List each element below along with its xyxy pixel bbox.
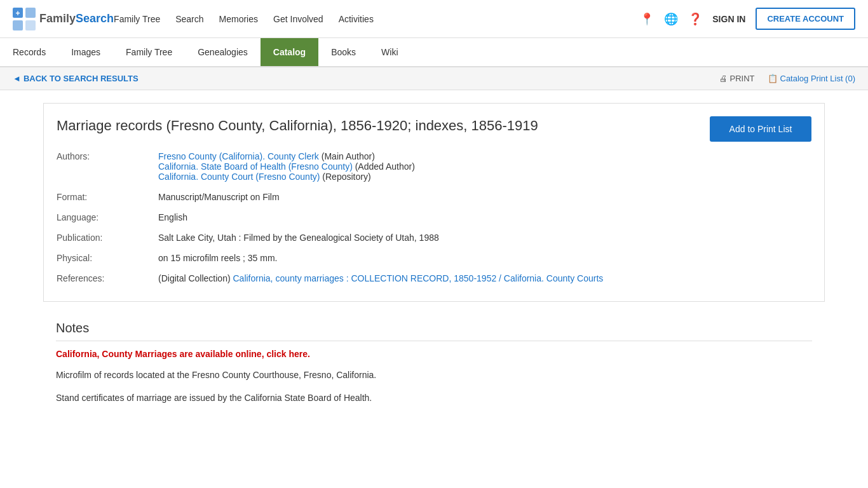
references-link[interactable]: California, county marriages : COLLECTIO… <box>233 273 603 283</box>
notes-section: Notes California, County Marriages are a… <box>43 321 825 405</box>
catalog-list-icon: 📋 <box>768 74 778 83</box>
add-to-print-button[interactable]: Add to Print List <box>710 116 811 142</box>
logo-link[interactable]: + FamilySearch <box>13 8 114 30</box>
nav-activities[interactable]: Activities <box>339 11 374 27</box>
print-label: PRINT <box>730 74 755 83</box>
record-title: Marriage records (Fresno County, Califor… <box>57 116 565 136</box>
nav-search[interactable]: Search <box>175 11 203 27</box>
svg-text:+: + <box>15 9 20 18</box>
notes-highlight-link[interactable]: California, County Marriages are availab… <box>56 349 310 359</box>
format-row: Format: Manuscript/Manuscript on Film <box>57 187 603 207</box>
globe-icon[interactable]: 🌐 <box>664 12 678 26</box>
notes-title: Notes <box>56 321 812 341</box>
back-arrow-icon: ◄ <box>13 74 21 83</box>
catalog-print-list-link[interactable]: 📋 Catalog Print List (0) <box>768 74 856 83</box>
author-1-link[interactable]: Fresno County (California). County Clerk <box>158 151 319 161</box>
svg-rect-3 <box>25 20 36 30</box>
main-content: Marriage records (Fresno County, Califor… <box>31 90 837 418</box>
author-3-link[interactable]: California. County Court (Fresno County) <box>158 172 320 182</box>
nav-family-tree[interactable]: Family Tree <box>114 11 160 27</box>
author-2-role: (Added Author) <box>355 161 415 172</box>
references-row: References: (Digital Collection) Califor… <box>57 268 603 288</box>
header-right: 📍 🌐 ❓ SIGN IN CREATE ACCOUNT <box>640 8 855 30</box>
svg-rect-1 <box>25 8 36 18</box>
author-2-link[interactable]: California. State Board of Health (Fresn… <box>158 161 353 172</box>
nav-get-involved[interactable]: Get Involved <box>273 11 323 27</box>
sub-nav: Records Images Family Tree Genealogies C… <box>0 38 868 67</box>
publication-value: Salt Lake City, Utah : Filmed by the Gen… <box>158 227 603 248</box>
main-nav: Family Tree Search Memories Get Involved… <box>114 11 640 27</box>
author-1-role: (Main Author) <box>322 151 375 161</box>
help-icon[interactable]: ❓ <box>688 12 702 26</box>
physical-label: Physical: <box>57 248 158 268</box>
catalog-print-label: Catalog Print List (0) <box>780 74 856 83</box>
notes-text-2: Stand certificates of marriage are issue… <box>56 391 812 405</box>
print-icon: 🖨 <box>719 74 728 83</box>
language-row: Language: English <box>57 207 603 227</box>
format-label: Format: <box>57 187 158 207</box>
subnav-genealogies[interactable]: Genealogies <box>185 38 261 66</box>
site-header: + FamilySearch Family Tree Search Memori… <box>0 0 868 38</box>
nav-memories[interactable]: Memories <box>219 11 258 27</box>
record-details: Marriage records (Fresno County, Califor… <box>57 116 603 288</box>
svg-rect-2 <box>13 20 23 30</box>
references-prefix: (Digital Collection) <box>158 273 231 283</box>
print-link[interactable]: 🖨 PRINT <box>719 74 755 83</box>
notes-text-1: Microfilm of records located at the Fres… <box>56 368 812 382</box>
back-to-search-link[interactable]: ◄ BACK TO SEARCH RESULTS <box>13 74 139 83</box>
sign-in-link[interactable]: SIGN IN <box>712 14 745 24</box>
physical-value: on 15 microfilm reels ; 35 mm. <box>158 248 603 268</box>
format-value: Manuscript/Manuscript on Film <box>158 187 603 207</box>
logo-icon: + <box>13 8 36 30</box>
authors-value: Fresno County (California). County Clerk… <box>158 146 603 187</box>
back-link-text: BACK TO SEARCH RESULTS <box>24 74 139 83</box>
breadcrumb-bar: ◄ BACK TO SEARCH RESULTS 🖨 PRINT 📋 Catal… <box>0 67 868 90</box>
subnav-records[interactable]: Records <box>0 38 58 66</box>
author-3-role: (Repository) <box>322 172 370 182</box>
authors-row: Authors: Fresno County (California). Cou… <box>57 146 603 187</box>
logo-text: FamilySearch <box>39 12 114 25</box>
subnav-books[interactable]: Books <box>318 38 369 66</box>
record-header-block: Marriage records (Fresno County, Califor… <box>43 103 825 302</box>
create-account-button[interactable]: CREATE ACCOUNT <box>756 8 855 30</box>
location-icon[interactable]: 📍 <box>640 12 654 26</box>
authors-label: Authors: <box>57 146 158 187</box>
subnav-images[interactable]: Images <box>58 38 113 66</box>
breadcrumb-right: 🖨 PRINT 📋 Catalog Print List (0) <box>719 74 856 83</box>
physical-row: Physical: on 15 microfilm reels ; 35 mm. <box>57 248 603 268</box>
publication-row: Publication: Salt Lake City, Utah : Film… <box>57 227 603 248</box>
publication-label: Publication: <box>57 227 158 248</box>
references-label: References: <box>57 268 158 288</box>
language-label: Language: <box>57 207 158 227</box>
references-value: (Digital Collection) California, county … <box>158 268 603 288</box>
subnav-catalog[interactable]: Catalog <box>261 38 318 66</box>
subnav-wiki[interactable]: Wiki <box>369 38 410 66</box>
record-details-table: Authors: Fresno County (California). Cou… <box>57 146 603 288</box>
language-value: English <box>158 207 603 227</box>
subnav-family-tree[interactable]: Family Tree <box>113 38 185 66</box>
